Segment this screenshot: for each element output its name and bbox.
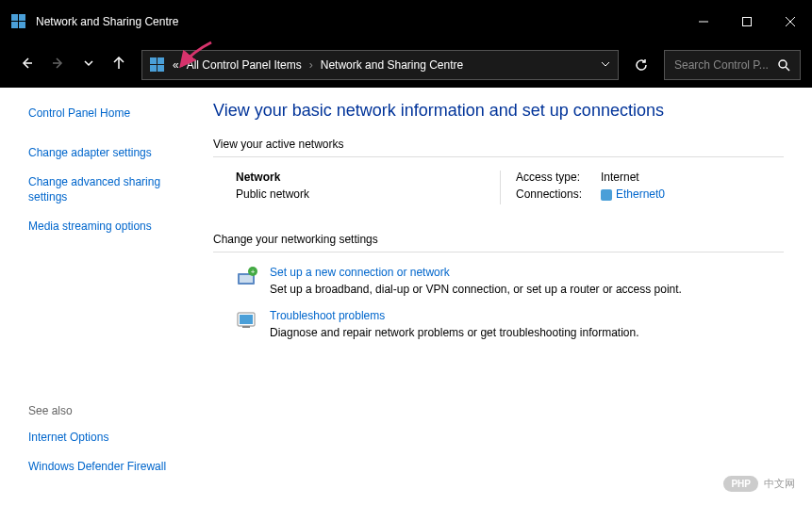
- app-icon: [11, 14, 26, 29]
- up-button[interactable]: [111, 56, 126, 74]
- svg-line-8: [786, 67, 789, 71]
- change-adapter-settings-link[interactable]: Change adapter settings: [28, 146, 187, 161]
- refresh-button[interactable]: [626, 50, 656, 80]
- breadcrumb-item[interactable]: Network and Sharing Centre: [321, 58, 463, 72]
- media-streaming-link[interactable]: Media streaming options: [28, 220, 187, 235]
- close-button[interactable]: [769, 0, 812, 42]
- nav-arrows: [11, 56, 134, 74]
- windows-defender-firewall-link[interactable]: Windows Defender Firewall: [28, 460, 187, 475]
- svg-point-7: [779, 60, 787, 68]
- breadcrumb-prefix: «: [173, 58, 179, 72]
- svg-rect-14: [240, 315, 253, 324]
- svg-rect-15: [242, 326, 250, 328]
- address-dropdown-icon[interactable]: [601, 58, 610, 72]
- svg-rect-1: [743, 17, 752, 25]
- content: Control Panel Home Change adapter settin…: [0, 88, 812, 505]
- networking-settings-header: Change your networking settings: [213, 233, 784, 252]
- navbar: « All Control Panel Items › Network and …: [0, 42, 812, 88]
- maximize-button[interactable]: [725, 0, 769, 42]
- main-panel: View your basic network information and …: [198, 88, 812, 505]
- see-also-label: See also: [28, 404, 187, 417]
- window-title: Network and Sharing Centre: [36, 15, 682, 28]
- back-button[interactable]: [19, 56, 34, 74]
- access-type-value: Internet: [601, 171, 639, 184]
- connections-label: Connections:: [516, 187, 601, 201]
- forward-button[interactable]: [51, 56, 66, 74]
- internet-options-link[interactable]: Internet Options: [28, 431, 187, 446]
- connection-link[interactable]: Ethernet0: [616, 187, 665, 201]
- troubleshoot-link[interactable]: Troubleshoot problems: [270, 309, 639, 322]
- setup-connection-item: + Set up a new connection or network Set…: [213, 266, 784, 296]
- address-bar[interactable]: « All Control Panel Items › Network and …: [141, 50, 619, 80]
- search-input[interactable]: Search Control P...: [664, 50, 801, 80]
- setup-connection-icon: +: [236, 266, 258, 288]
- titlebar: Network and Sharing Centre: [0, 0, 812, 42]
- setup-connection-link[interactable]: Set up a new connection or network: [270, 266, 682, 279]
- troubleshoot-item: Troubleshoot problems Diagnose and repai…: [213, 309, 784, 339]
- window-controls: [682, 0, 812, 42]
- recent-button[interactable]: [83, 56, 94, 74]
- troubleshoot-desc: Diagnose and repair network problems or …: [270, 326, 639, 339]
- divider: [500, 171, 501, 204]
- breadcrumb-item[interactable]: All Control Panel Items: [187, 58, 302, 72]
- active-networks-header: View your active networks: [213, 138, 784, 157]
- search-icon: [778, 59, 790, 72]
- network-name: Network: [236, 171, 500, 184]
- svg-rect-10: [240, 275, 253, 283]
- control-panel-home-link[interactable]: Control Panel Home: [28, 106, 187, 122]
- chevron-right-icon: ›: [309, 58, 313, 72]
- sidebar: Control Panel Home Change adapter settin…: [0, 88, 198, 505]
- minimize-button[interactable]: [682, 0, 725, 42]
- setup-connection-desc: Set up a broadband, dial-up or VPN conne…: [270, 283, 682, 296]
- network-info: Network Public network Access type: Inte…: [213, 171, 784, 204]
- watermark: PHP 中文网: [723, 476, 795, 492]
- network-type: Public network: [236, 187, 500, 201]
- svg-text:+: +: [251, 268, 256, 276]
- access-type-label: Access type:: [516, 171, 601, 184]
- watermark-badge: PHP: [723, 476, 758, 492]
- page-title: View your basic network information and …: [213, 101, 784, 121]
- ethernet-icon: [601, 189, 612, 201]
- troubleshoot-icon: [236, 309, 258, 332]
- breadcrumb-icon: [150, 57, 165, 73]
- watermark-text: 中文网: [764, 477, 795, 491]
- change-advanced-sharing-link[interactable]: Change advanced sharing settings: [28, 175, 187, 204]
- search-placeholder: Search Control P...: [674, 58, 778, 72]
